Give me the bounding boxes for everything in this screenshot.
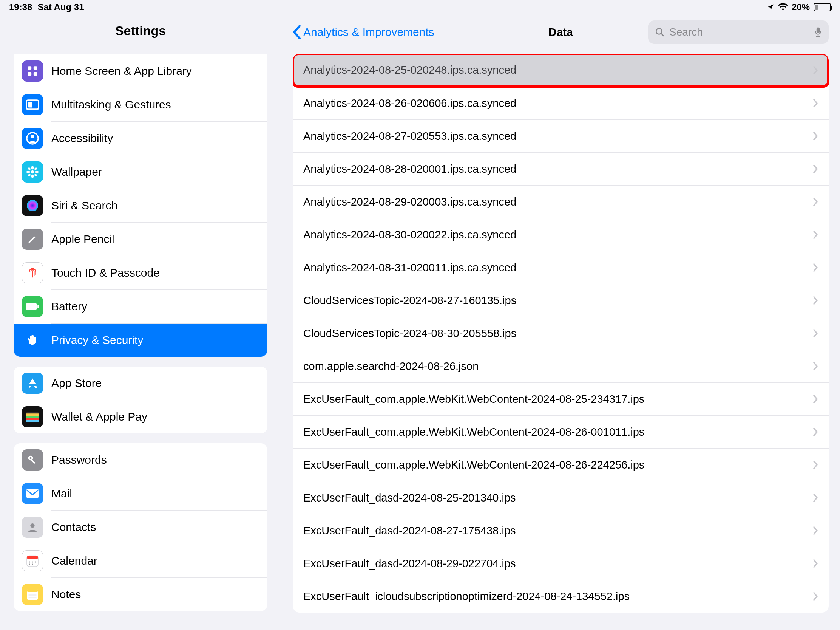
data-row-label: ExcUserFault_com.apple.WebKit.WebContent… [303,426,644,438]
chevron-right-icon [813,329,818,338]
data-row-label: Analytics-2024-08-31-020011.ips.ca.synce… [303,261,516,274]
svg-rect-23 [26,418,39,420]
svg-rect-22 [26,416,39,418]
data-row[interactable]: Analytics-2024-08-27-020553.ips.ca.synce… [293,119,829,152]
data-row[interactable]: ExcUserFault_com.apple.WebKit.WebContent… [293,448,829,481]
sidebar-item-appstore[interactable]: App Store [14,367,267,400]
status-time: 19:38 [9,2,32,13]
data-row[interactable]: Analytics-2024-08-26-020606.ips.ca.synce… [293,87,829,119]
data-row[interactable]: ExcUserFault_icloudsubscriptionoptimizer… [293,580,829,613]
data-row[interactable]: Analytics-2024-08-31-020011.ips.ca.synce… [293,251,829,284]
data-row[interactable]: CloudServicesTopic-2024-08-27-160135.ips [293,284,829,317]
sidebar-item-multitasking[interactable]: Multitasking & Gestures [14,88,267,121]
sidebar-item-label: Passwords [51,454,107,466]
sidebar-item-label: Notes [51,588,81,601]
data-row[interactable]: Analytics-2024-08-25-020248.ips.ca.synce… [293,54,829,87]
chevron-right-icon [813,99,818,108]
sidebar-item-label: Home Screen & App Library [51,65,192,78]
sidebar-item-calendar[interactable]: Calendar [14,544,267,578]
analytics-list[interactable]: Analytics-2024-08-25-020248.ips.ca.synce… [293,54,829,613]
sidebar-item-contacts[interactable]: Contacts [14,511,267,544]
mic-icon[interactable] [814,27,822,37]
chevron-right-icon [813,493,818,502]
data-row[interactable]: ExcUserFault_com.apple.WebKit.WebContent… [293,415,829,448]
appstore-icon [22,373,43,394]
sidebar-item-apple-pencil[interactable]: Apple Pencil [14,223,267,256]
data-row[interactable]: Analytics-2024-08-28-020001.ips.ca.synce… [293,152,829,185]
chevron-right-icon [813,296,818,305]
data-row-label: ExcUserFault_dasd-2024-08-29-022704.ips [303,557,516,570]
svg-point-7 [31,135,35,138]
detail-header: Analytics & Improvements Data [281,14,840,50]
sidebar-item-notes[interactable]: Notes [14,578,267,611]
chevron-right-icon [813,362,818,371]
data-row[interactable]: ExcUserFault_dasd-2024-08-25-201340.ips [293,481,829,514]
sidebar-item-wallet[interactable]: Wallet & Apple Pay [14,400,267,434]
svg-rect-1 [34,66,37,70]
wifi-icon [778,3,788,11]
calendar-icon [22,550,43,571]
chevron-right-icon [813,526,818,535]
svg-rect-21 [26,413,39,416]
sidebar-title: Settings [0,14,281,50]
svg-point-35 [29,564,30,565]
data-row-label: CloudServicesTopic-2024-08-27-160135.ips [303,294,516,307]
chevron-right-icon [813,427,818,437]
sidebar-item-privacy[interactable]: Privacy & Security [14,323,267,357]
battery-icon [813,3,831,11]
data-row-label: ExcUserFault_dasd-2024-08-27-175438.ips [303,525,516,537]
sidebar-item-passwords[interactable]: Passwords [14,443,267,476]
page-title: Data [548,26,573,38]
sidebar-item-accessibility[interactable]: Accessibility [14,122,267,155]
sidebar-item-siri[interactable]: Siri & Search [14,189,267,222]
sidebar-item-label: Wallet & Apple Pay [51,410,147,423]
data-row-label: Analytics-2024-08-30-020022.ips.ca.synce… [303,229,516,241]
flower-icon [22,161,43,182]
data-row[interactable]: ExcUserFault_dasd-2024-08-27-175438.ips [293,514,829,547]
sidebar-item-battery[interactable]: Battery [14,290,267,323]
chevron-right-icon [813,559,818,568]
svg-point-34 [35,562,36,563]
chevron-right-icon [813,66,818,75]
sidebar-scroll[interactable]: Home Screen & App LibraryMultitasking & … [0,50,281,626]
svg-point-36 [32,564,33,565]
svg-point-33 [32,562,33,563]
data-row[interactable]: Analytics-2024-08-30-020022.ips.ca.synce… [293,218,829,251]
chevron-right-icon [813,230,818,239]
svg-rect-2 [28,72,32,76]
search-field[interactable] [648,21,829,44]
svg-rect-3 [34,72,37,76]
data-row-label: Analytics-2024-08-27-020553.ips.ca.synce… [303,130,516,142]
back-button[interactable]: Analytics & Improvements [293,25,434,39]
svg-rect-27 [31,459,35,464]
sidebar-item-mail[interactable]: Mail [14,477,267,510]
data-row-label: com.apple.searchd-2024-08-26.json [303,360,478,373]
chevron-left-icon [293,25,301,39]
sidebar-item-home-screen[interactable]: Home Screen & App Library [14,54,267,88]
svg-point-13 [28,167,31,171]
data-row-label: Analytics-2024-08-26-020606.ips.ca.synce… [303,97,516,109]
search-icon [655,27,665,37]
data-row[interactable]: ExcUserFault_com.apple.WebKit.WebContent… [293,383,829,415]
data-row-label: CloudServicesTopic-2024-08-30-205558.ips [303,327,516,340]
back-label: Analytics & Improvements [303,26,434,38]
sidebar-item-label: Contacts [51,521,96,533]
data-row[interactable]: com.apple.searchd-2024-08-26.json [293,350,829,383]
data-row[interactable]: Analytics-2024-08-29-020003.ips.ca.synce… [293,185,829,218]
sidebar-item-label: Touch ID & Passcode [51,266,160,279]
chevron-right-icon [813,592,818,601]
sidebar-item-touchid[interactable]: Touch ID & Passcode [14,256,267,290]
sidebar-item-wallpaper[interactable]: Wallpaper [14,155,267,188]
data-row[interactable]: ExcUserFault_dasd-2024-08-29-022704.ips [293,547,829,580]
search-input[interactable] [669,26,810,38]
mail-icon [22,483,43,504]
svg-point-29 [30,524,35,527]
data-row-label: ExcUserFault_icloudsubscriptionoptimizer… [303,590,630,603]
data-row-label: Analytics-2024-08-29-020003.ips.ca.synce… [303,196,516,208]
sidebar-item-label: Battery [51,300,87,313]
sidebar-item-label: Multitasking & Gestures [51,98,171,111]
chevron-right-icon [813,165,818,174]
siri-icon [22,195,43,216]
data-row[interactable]: CloudServicesTopic-2024-08-30-205558.ips [293,317,829,350]
svg-rect-19 [37,305,39,309]
